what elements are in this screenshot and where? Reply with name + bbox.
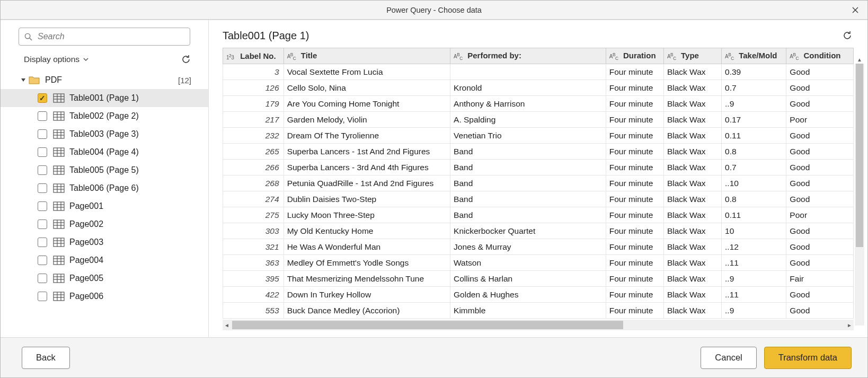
svg-rect-55 [54, 274, 64, 283]
close-button[interactable] [843, 1, 867, 19]
table-row[interactable]: 265Superba Lancers - 1st And 2nd Figures… [223, 144, 854, 160]
tree-item[interactable]: Table001 (Page 1) [1, 89, 208, 107]
table-row[interactable]: 179Are You Coming Home TonightAnthony & … [223, 96, 854, 112]
tree-item-checkbox[interactable] [38, 129, 47, 139]
column-header[interactable]: ABC Duration [606, 48, 663, 64]
table-cell: Black Wax [663, 175, 721, 191]
table-icon [51, 256, 66, 265]
table-cell: Black Wax [663, 128, 721, 144]
collapse-caret-icon[interactable] [20, 77, 27, 83]
column-header[interactable]: ABC Take/Mold [722, 48, 786, 64]
table-cell: Jones & Murray [450, 239, 606, 255]
scroll-right-arrow-icon[interactable]: ► [845, 320, 854, 330]
table-row[interactable]: 217Garden Melody, ViolinA. SpaldingFour … [223, 112, 854, 128]
refresh-icon [842, 30, 853, 41]
text-type-icon: ABC [609, 52, 621, 61]
table-cell: Band [450, 191, 606, 207]
search-input-wrap[interactable] [19, 28, 190, 46]
tree-item-label: Table001 (Page 1) [69, 93, 192, 103]
table-cell: Good [786, 64, 854, 80]
column-header[interactable]: ABC Title [284, 48, 450, 64]
vertical-scroll-thumb[interactable] [856, 64, 863, 247]
horizontal-scroll-thumb[interactable] [232, 321, 623, 329]
tree-item-checkbox[interactable] [38, 165, 47, 175]
tree-item[interactable]: Table002 (Page 2) [1, 107, 208, 125]
tree-item-checkbox[interactable] [38, 238, 47, 247]
table-row[interactable]: 275Lucky Moon Three-StepBandFour minuteB… [223, 207, 854, 223]
table-cell: Good [786, 96, 854, 112]
table-cell: Good [786, 303, 854, 319]
column-header[interactable]: ABC Performed by: [450, 48, 606, 64]
tree-item-checkbox[interactable] [38, 201, 47, 211]
table-cell: 217 [223, 112, 284, 128]
table-cell: 275 [223, 207, 284, 223]
table-cell: Good [786, 144, 854, 160]
tree-item[interactable]: Table004 (Page 4) [1, 143, 208, 161]
table-row[interactable]: 274Dublin Daisies Two-StepBandFour minut… [223, 191, 854, 207]
column-header[interactable]: ABC Type [663, 48, 721, 64]
refresh-icon [181, 54, 191, 65]
tree-item[interactable]: Page005 [1, 269, 208, 287]
table-cell: ..11 [722, 255, 786, 271]
column-header[interactable]: ABC Condition [786, 48, 854, 64]
tree-item-checkbox[interactable] [38, 147, 47, 157]
tree-item[interactable]: Page002 [1, 215, 208, 233]
table-row[interactable]: 395That Mesmerizing Mendelssohn TuneColl… [223, 271, 854, 287]
table-icon [51, 219, 66, 229]
table-cell: 553 [223, 303, 284, 319]
tree-item[interactable]: Page003 [1, 233, 208, 251]
tree-item[interactable]: Page004 [1, 251, 208, 269]
table-cell: Watson [450, 255, 606, 271]
tree-item-checkbox[interactable] [38, 256, 47, 265]
table-cell: Four minute [606, 287, 663, 303]
tree-item[interactable]: Table003 (Page 3) [1, 125, 208, 143]
tree-item-checkbox[interactable] [38, 111, 47, 121]
table-cell: 10 [722, 223, 786, 239]
table-row[interactable]: 553Buck Dance Medley (Accorion)KimmbleFo… [223, 303, 854, 319]
table-row[interactable]: 363Medley Of Emmett's Yodle SongsWatsonF… [223, 255, 854, 271]
refresh-preview-button[interactable] [841, 29, 854, 42]
transform-data-button[interactable]: Transform data [764, 347, 852, 369]
tree-root-pdf[interactable]: PDF [12] [1, 71, 208, 89]
tree-item[interactable]: Table005 (Page 5) [1, 161, 208, 179]
back-button[interactable]: Back [22, 347, 70, 369]
table-icon [51, 129, 66, 139]
tree-item[interactable]: Page001 [1, 197, 208, 215]
table-cell: Knickerbocker Quartet [450, 223, 606, 239]
table-cell: Black Wax [663, 64, 721, 80]
tree-item[interactable]: Table006 (Page 6) [1, 179, 208, 197]
vertical-scrollbar[interactable]: ▲ [855, 64, 864, 326]
table-row[interactable]: 3Vocal Sextette From LuciaFour minuteBla… [223, 64, 854, 80]
scroll-left-arrow-icon[interactable]: ◄ [223, 320, 231, 330]
table-cell: Petunia QuadRille - 1st And 2nd Figures [284, 175, 450, 191]
table-cell: Black Wax [663, 287, 721, 303]
table-icon [51, 238, 66, 247]
table-cell: ..9 [722, 271, 786, 287]
table-cell: 3 [223, 64, 284, 80]
column-header[interactable]: 123 Label No. [223, 48, 284, 64]
scroll-up-arrow-icon[interactable]: ▲ [855, 55, 864, 64]
table-row[interactable]: 266Superba Lancers - 3rd And 4th Figures… [223, 160, 854, 175]
table-row[interactable]: 126Cello Solo, NinaKronoldFour minuteBla… [223, 80, 854, 96]
table-cell: ..9 [722, 303, 786, 319]
table-row[interactable]: 422Down In Turkey HollowGolden & HughesF… [223, 287, 854, 303]
table-row[interactable]: 232Dream Of The TyrolienneVenetian TrioF… [223, 128, 854, 144]
table-row[interactable]: 303My Old Kentucky HomeKnickerbocker Qua… [223, 223, 854, 239]
table-cell: ..10 [722, 175, 786, 191]
tree-item-checkbox[interactable] [38, 292, 47, 301]
tree-item[interactable]: Page006 [1, 287, 208, 305]
table-row[interactable]: 321He Was A Wonderful ManJones & MurrayF… [223, 239, 854, 255]
display-options-dropdown[interactable]: Display options [24, 55, 89, 64]
table-row[interactable]: 268Petunia QuadRille - 1st And 2nd Figur… [223, 175, 854, 191]
table-cell: Medley Of Emmett's Yodle Songs [284, 255, 450, 271]
horizontal-scrollbar[interactable]: ◄ ► [223, 320, 854, 330]
tree-item-checkbox[interactable] [38, 183, 47, 193]
refresh-button[interactable] [180, 53, 192, 66]
tree-item-checkbox[interactable] [38, 274, 47, 283]
tree-item-checkbox[interactable] [38, 93, 47, 103]
search-input[interactable] [37, 31, 184, 42]
cancel-button[interactable]: Cancel [701, 347, 756, 369]
svg-rect-25 [54, 166, 64, 174]
tree-item-checkbox[interactable] [38, 219, 47, 229]
table-cell: Poor [786, 207, 854, 223]
